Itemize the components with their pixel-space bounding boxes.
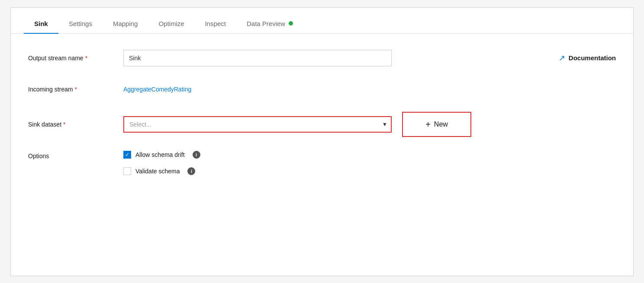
tab-settings[interactable]: Settings	[58, 20, 103, 33]
sink-dataset-label: Sink dataset *	[28, 121, 123, 128]
tab-bar: Sink Settings Mapping Optimize Inspect D…	[11, 8, 633, 34]
output-stream-name-row: Output stream name * ↗︎ Documentation	[28, 49, 616, 67]
plus-icon: +	[425, 120, 431, 129]
main-panel: Sink Settings Mapping Optimize Inspect D…	[10, 7, 634, 276]
new-button-label: New	[434, 120, 448, 128]
incoming-stream-link[interactable]: AggregateComedyRating	[123, 86, 191, 93]
validate-schema-row: Validate schema i	[123, 167, 200, 175]
sink-dataset-required: *	[63, 121, 65, 128]
allow-schema-drift-info-icon[interactable]: i	[193, 151, 200, 159]
sink-dataset-select-wrapper: Select... ▼	[123, 116, 392, 133]
tab-inspect[interactable]: Inspect	[195, 20, 236, 33]
documentation-section: ↗︎ Documentation	[559, 53, 616, 63]
output-stream-name-required: *	[85, 55, 87, 62]
output-stream-name-field-area	[123, 50, 392, 66]
tab-data-preview[interactable]: Data Preview	[236, 20, 303, 33]
new-button[interactable]: + New	[402, 112, 471, 137]
incoming-stream-value-area: AggregateComedyRating	[123, 85, 392, 93]
allow-schema-drift-row: ✓ Allow schema drift i	[123, 151, 200, 159]
data-preview-status-dot	[289, 21, 293, 26]
tab-sink[interactable]: Sink	[24, 20, 58, 33]
allow-schema-drift-label: Allow schema drift	[135, 151, 185, 158]
options-row: Options ✓ Allow schema drift i Validate …	[28, 151, 616, 175]
validate-schema-label: Validate schema	[135, 168, 180, 175]
sink-dataset-row: Sink dataset * Select... ▼ + New	[28, 112, 616, 137]
output-stream-name-input[interactable]	[123, 50, 392, 66]
sink-dataset-field-area: Select... ▼	[123, 116, 392, 133]
allow-schema-drift-checkbox[interactable]: ✓	[123, 151, 131, 159]
tab-mapping[interactable]: Mapping	[103, 20, 148, 33]
tab-optimize[interactable]: Optimize	[148, 20, 194, 33]
incoming-stream-required: *	[74, 86, 77, 93]
sink-dataset-select[interactable]: Select...	[123, 116, 392, 133]
options-label: Options	[28, 151, 123, 159]
documentation-label: Documentation	[569, 54, 616, 62]
validate-schema-checkbox[interactable]	[123, 167, 131, 175]
checkmark-icon: ✓	[125, 152, 129, 157]
form-content: Output stream name * ↗︎ Documentation In…	[11, 34, 633, 191]
output-stream-name-label: Output stream name *	[28, 55, 123, 62]
options-area: ✓ Allow schema drift i Validate schema i	[123, 151, 200, 175]
incoming-stream-label: Incoming stream *	[28, 86, 123, 93]
documentation-icon[interactable]: ↗︎	[559, 53, 565, 63]
incoming-stream-row: Incoming stream * AggregateComedyRating	[28, 81, 616, 98]
validate-schema-info-icon[interactable]: i	[187, 167, 195, 175]
